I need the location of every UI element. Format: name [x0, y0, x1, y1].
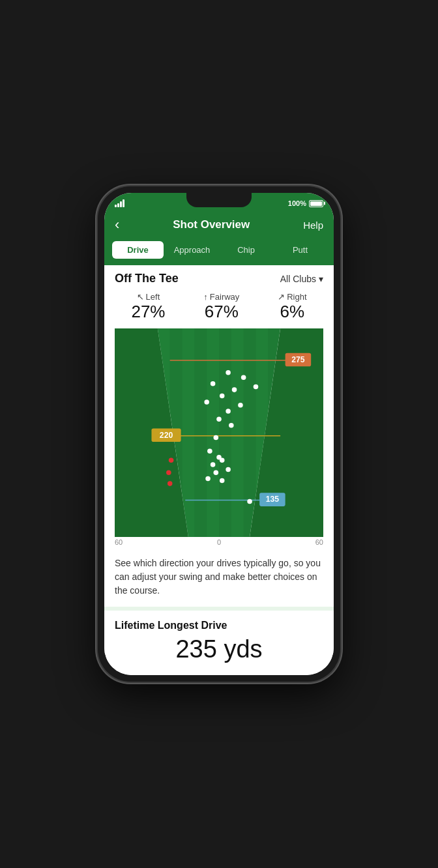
- svg-point-24: [220, 394, 225, 399]
- stat-right-label: ↗ Right: [278, 292, 306, 302]
- stat-fairway-value: 67%: [203, 302, 239, 322]
- svg-point-38: [247, 499, 252, 504]
- status-bar: 100%: [104, 193, 334, 211]
- phone-screen: 100% ‹ Shot Overview Help Drive Approach…: [104, 193, 334, 675]
- phone-frame: 100% ‹ Shot Overview Help Drive Approach…: [98, 186, 340, 682]
- svg-point-35: [214, 470, 219, 475]
- dropdown-arrow-icon: ▾: [319, 274, 323, 284]
- main-content: Off The Tee All Clubs ▾ ↖ Left 27%: [104, 265, 334, 675]
- svg-rect-7: [207, 328, 219, 537]
- app-header: ‹ Shot Overview Help: [104, 211, 334, 241]
- stat-left: ↖ Left 27%: [131, 292, 165, 322]
- svg-point-39: [214, 435, 219, 441]
- stat-fairway-label: ↑ Fairway: [203, 292, 239, 302]
- fairway-svg: 275 220 135: [115, 328, 323, 537]
- section-header: Off The Tee All Clubs ▾: [104, 265, 334, 289]
- svg-point-22: [232, 387, 237, 392]
- left-arrow-icon: ↖: [137, 292, 144, 302]
- stat-left-value: 27%: [131, 302, 165, 322]
- stat-right: ↗ Right 6%: [278, 292, 306, 322]
- svg-point-23: [254, 384, 259, 390]
- lifetime-label: Lifetime Longest Drive: [115, 620, 323, 631]
- help-button[interactable]: Help: [303, 220, 323, 231]
- chart-axis: 60 0 60: [104, 537, 334, 550]
- svg-point-34: [226, 467, 231, 472]
- battery-fill: [310, 201, 322, 206]
- svg-rect-6: [182, 328, 195, 537]
- svg-point-33: [220, 458, 225, 463]
- svg-point-25: [204, 399, 209, 405]
- svg-point-28: [216, 417, 222, 422]
- svg-rect-8: [231, 328, 244, 537]
- svg-text:220: 220: [160, 431, 173, 440]
- stat-left-label: ↖ Left: [131, 292, 165, 302]
- axis-center: 0: [217, 538, 221, 546]
- battery-percent: 100%: [288, 199, 306, 207]
- svg-point-27: [226, 409, 231, 414]
- tab-drive[interactable]: Drive: [112, 241, 164, 259]
- svg-point-36: [205, 476, 211, 482]
- tab-putt[interactable]: Putt: [274, 241, 326, 259]
- svg-point-29: [229, 423, 234, 428]
- svg-point-37: [220, 478, 225, 484]
- section-title: Off The Tee: [115, 272, 179, 285]
- svg-point-32: [211, 462, 216, 467]
- svg-text:135: 135: [266, 495, 280, 504]
- stat-fairway: ↑ Fairway 67%: [203, 292, 239, 322]
- axis-left: 60: [115, 538, 123, 546]
- notch: [186, 193, 252, 207]
- tab-approach[interactable]: Approach: [166, 241, 218, 259]
- svg-point-19: [226, 370, 231, 375]
- lifetime-section: Lifetime Longest Drive 235 yds: [104, 611, 334, 675]
- svg-text:275: 275: [291, 355, 305, 364]
- stat-right-value: 6%: [278, 302, 306, 322]
- battery-icon: [309, 200, 323, 207]
- tab-bar: Drive Approach Chip Putt: [104, 241, 334, 265]
- svg-point-20: [241, 375, 246, 381]
- stats-row: ↖ Left 27% ↑ Fairway 67% ↗ Right: [104, 289, 334, 328]
- page-title: Shot Overview: [173, 218, 250, 231]
- svg-point-26: [238, 403, 243, 408]
- svg-point-21: [211, 381, 216, 386]
- lifetime-value: 235 yds: [115, 631, 323, 667]
- svg-point-42: [168, 481, 173, 486]
- tab-chip[interactable]: Chip: [220, 241, 272, 259]
- clubs-label: All Clubs: [280, 274, 316, 284]
- battery-status: 100%: [288, 199, 323, 207]
- axis-right: 60: [315, 538, 323, 546]
- svg-point-40: [169, 458, 174, 463]
- fairway-chart: 275 220 135: [115, 328, 323, 537]
- back-button[interactable]: ‹: [115, 216, 119, 233]
- status-left: [115, 199, 124, 207]
- signal-icon: [115, 199, 124, 207]
- svg-point-30: [207, 448, 212, 454]
- fairway-arrow-icon: ↑: [203, 292, 208, 302]
- clubs-dropdown[interactable]: All Clubs ▾: [280, 274, 323, 284]
- description-text: See which direction your drives typicall…: [104, 550, 334, 607]
- right-arrow-icon: ↗: [278, 292, 285, 302]
- svg-point-41: [166, 470, 171, 475]
